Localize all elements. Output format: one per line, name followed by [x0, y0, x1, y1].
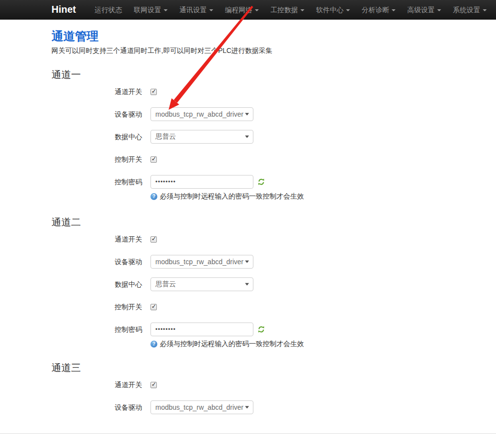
channel-switch-label: 通道开关 [51, 378, 150, 392]
caret-down-icon [483, 9, 487, 11]
data-center-row: 数据中心 思普云 [51, 130, 486, 144]
nav-item-run-status[interactable]: 运行状态 [89, 0, 128, 20]
caret-down-icon [300, 9, 304, 11]
control-switch-row: 控制开关 [51, 152, 486, 166]
control-password-row: 控制密码 ? 必须与控制时远程输入的密码一致控制才会生 [51, 175, 486, 201]
control-switch-label: 控制开关 [51, 300, 150, 314]
control-switch-label: 控制开关 [51, 152, 150, 166]
caret-down-icon [255, 9, 259, 11]
device-driver-row: 设备驱动 modbus_tcp_rw_abcd_driver [51, 400, 486, 414]
password-help-text: 必须与控制时远程输入的密码一致控制才会生效 [160, 339, 304, 348]
data-center-row: 数据中心 思普云 [51, 277, 486, 291]
data-center-label: 数据中心 [51, 277, 150, 291]
channel-switch-row: 通道开关 [51, 232, 486, 246]
control-switch-checkbox[interactable] [150, 304, 157, 310]
nav-item-network-settings[interactable]: 联网设置 [128, 0, 174, 20]
device-driver-row: 设备驱动 modbus_tcp_rw_abcd_driver [51, 107, 486, 121]
select-caret-icon [245, 406, 249, 409]
channel-2-section: 通道二 通道开关 设备驱动 modbus_tcp_rw_abcd_driver … [51, 216, 486, 348]
data-center-select[interactable]: 思普云 [150, 277, 253, 291]
nav-item-industrial-data[interactable]: 工控数据 [265, 0, 310, 20]
channel-2-title: 通道二 [51, 216, 486, 228]
channel-switch-row: 通道开关 [51, 85, 486, 99]
caret-down-icon [392, 9, 396, 11]
select-caret-icon [245, 113, 249, 116]
data-center-select[interactable]: 思普云 [150, 130, 253, 144]
channel-switch-label: 通道开关 [51, 85, 150, 99]
control-password-row: 控制密码 ? 必须与控制时远程输入的密码一致控制才会生 [51, 323, 486, 348]
device-driver-select[interactable]: modbus_tcp_rw_abcd_driver [150, 255, 253, 269]
channel-3-title: 通道三 [51, 361, 486, 374]
nav-item-logout[interactable]: 退出 [493, 0, 496, 20]
select-caret-icon [245, 261, 249, 263]
caret-down-icon [437, 9, 441, 11]
nav-item-analysis-diagnosis[interactable]: 分析诊断 [356, 0, 401, 20]
channel-switch-label: 通道开关 [51, 232, 150, 246]
control-password-label: 控制密码 [51, 175, 150, 189]
channel-switch-checkbox[interactable] [150, 382, 157, 388]
device-driver-select[interactable]: modbus_tcp_rw_abcd_driver [150, 107, 253, 121]
control-password-input[interactable] [150, 323, 253, 336]
viewport-bottom-divider [0, 433, 496, 434]
control-password-label: 控制密码 [51, 323, 150, 336]
page-subtitle: 网关可以同时支持三个通道同时工作,即可以同时对三个PLC进行数据采集 [51, 46, 486, 55]
select-caret-icon [245, 283, 249, 286]
control-password-input[interactable] [150, 175, 253, 189]
help-icon: ? [150, 193, 157, 200]
data-center-label: 数据中心 [51, 130, 150, 144]
nav-item-advanced-settings[interactable]: 高级设置 [401, 0, 447, 20]
caret-down-icon [164, 9, 168, 11]
channel-switch-checkbox[interactable] [150, 89, 157, 95]
brand-logo[interactable]: Hinet [51, 4, 76, 15]
nav-item-system-settings[interactable]: 系统设置 [447, 0, 493, 20]
nav-item-software-center[interactable]: 软件中心 [310, 0, 356, 20]
refresh-icon[interactable] [257, 178, 265, 186]
caret-down-icon [209, 9, 213, 11]
password-help: ? 必须与控制时远程输入的密码一致控制才会生效 [150, 339, 304, 348]
channel-1-title: 通道一 [51, 68, 486, 81]
select-caret-icon [245, 136, 249, 138]
channel-switch-checkbox[interactable] [150, 236, 157, 243]
nav-item-comm-settings[interactable]: 通讯设置 [174, 0, 219, 20]
password-help-text: 必须与控制时远程输入的密码一致控制才会生效 [160, 192, 304, 201]
nav-item-programming-network[interactable]: 编程网络 [219, 0, 265, 20]
device-driver-label: 设备驱动 [51, 107, 150, 121]
control-switch-row: 控制开关 [51, 300, 486, 314]
device-driver-select[interactable]: modbus_tcp_rw_abcd_driver [150, 400, 253, 414]
channel-1-section: 通道一 通道开关 设备驱动 modbus_tcp_rw_abcd_driver … [51, 68, 486, 201]
device-driver-label: 设备驱动 [51, 255, 150, 269]
device-driver-label: 设备驱动 [51, 400, 150, 414]
password-help: ? 必须与控制时远程输入的密码一致控制才会生效 [150, 192, 304, 201]
channel-3-section: 通道三 通道开关 设备驱动 modbus_tcp_rw_abcd_driver [51, 361, 486, 414]
caret-down-icon [346, 9, 350, 11]
top-navbar: Hinet 运行状态 联网设置 通讯设置 编程网络 工控数据 软件中心 分析诊断… [0, 0, 496, 20]
page-title: 通道管理 [51, 29, 486, 43]
main-content: 通道管理 网关可以同时支持三个通道同时工作,即可以同时对三个PLC进行数据采集 … [51, 29, 496, 414]
refresh-icon[interactable] [257, 325, 265, 333]
help-icon: ? [150, 341, 157, 348]
channel-switch-row: 通道开关 [51, 378, 486, 392]
control-switch-checkbox[interactable] [150, 156, 157, 163]
device-driver-row: 设备驱动 modbus_tcp_rw_abcd_driver [51, 255, 486, 269]
